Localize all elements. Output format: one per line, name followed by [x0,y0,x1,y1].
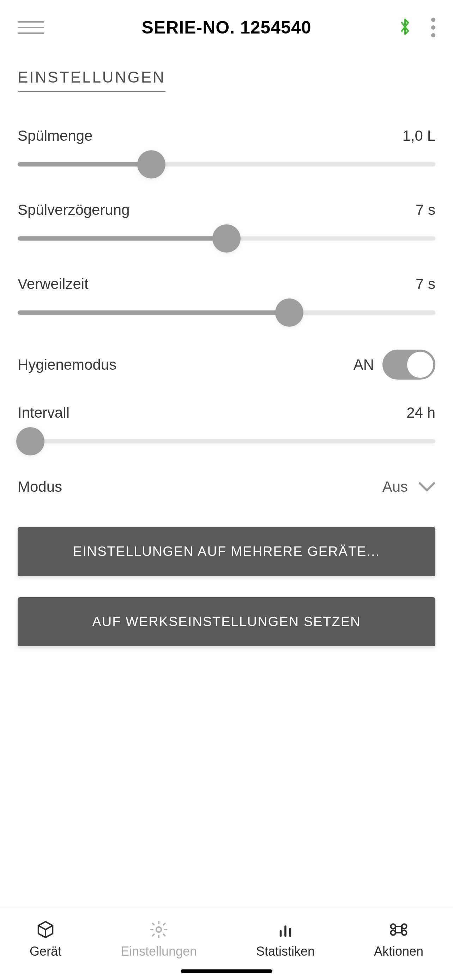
tab-bar: EINSTELLUNGEN [17,68,436,92]
app-header: SERIE-NO. 1254540 [0,0,453,45]
setting-flush-volume-row: Spülmenge 1,0 L [17,127,436,144]
interval-slider[interactable] [17,425,436,457]
setting-flush-delay-row: Spülverzögerung 7 s [17,201,436,218]
apply-multiple-button[interactable]: EINSTELLUNGEN AUF MEHRERE GERÄTE... [17,527,436,576]
cube-icon [36,920,55,939]
setting-label: Intervall [17,404,70,421]
setting-label: Verweilzeit [17,275,89,293]
setting-mode-row: Modus Aus [17,478,436,495]
setting-label: Hygienemodus [17,356,116,373]
setting-label: Spülmenge [17,127,92,144]
nav-label: Statistiken [256,944,315,959]
dropdown-selected-value: Aus [382,478,408,495]
settings-panel: Spülmenge 1,0 L Spülverzögerung 7 s Verw… [17,127,436,667]
dwell-time-slider[interactable] [17,297,436,328]
toggle-state-text: AN [353,356,374,373]
chevron-down-icon [418,478,436,495]
svg-point-0 [156,927,161,932]
gear-icon [149,920,168,939]
setting-label: Spülverzögerung [17,201,130,218]
menu-icon[interactable] [17,21,44,34]
setting-value: 24 h [407,404,436,421]
setting-label: Modus [17,478,62,495]
flush-volume-slider[interactable] [17,148,436,180]
bar-chart-icon [276,920,295,939]
mode-dropdown[interactable]: Aus [382,478,436,495]
nav-label: Aktionen [374,944,423,959]
bluetooth-icon[interactable] [398,18,412,37]
page-title: SERIE-NO. 1254540 [141,17,311,38]
nav-device[interactable]: Gerät [30,920,61,959]
nav-label: Einstellungen [121,944,197,959]
more-vertical-icon[interactable] [431,18,436,37]
home-indicator [181,969,272,973]
setting-value: 1,0 L [402,127,436,144]
tab-settings[interactable]: EINSTELLUNGEN [17,68,165,92]
nav-label: Gerät [30,944,61,959]
nav-actions[interactable]: Aktionen [374,920,423,959]
flush-delay-slider[interactable] [17,223,436,255]
setting-value: 7 s [416,201,436,218]
nav-statistics[interactable]: Statistiken [256,920,315,959]
setting-hygiene-mode-row: Hygienemodus AN [17,350,436,380]
setting-dwell-time-row: Verweilzeit 7 s [17,275,436,293]
setting-value: 7 s [416,275,436,293]
factory-reset-button[interactable]: AUF WERKSEINSTELLUNGEN SETZEN [17,597,436,646]
nav-settings[interactable]: Einstellungen [121,920,197,959]
setting-interval-row: Intervall 24 h [17,404,436,421]
hygiene-mode-toggle[interactable] [382,350,436,380]
command-icon [389,920,408,939]
